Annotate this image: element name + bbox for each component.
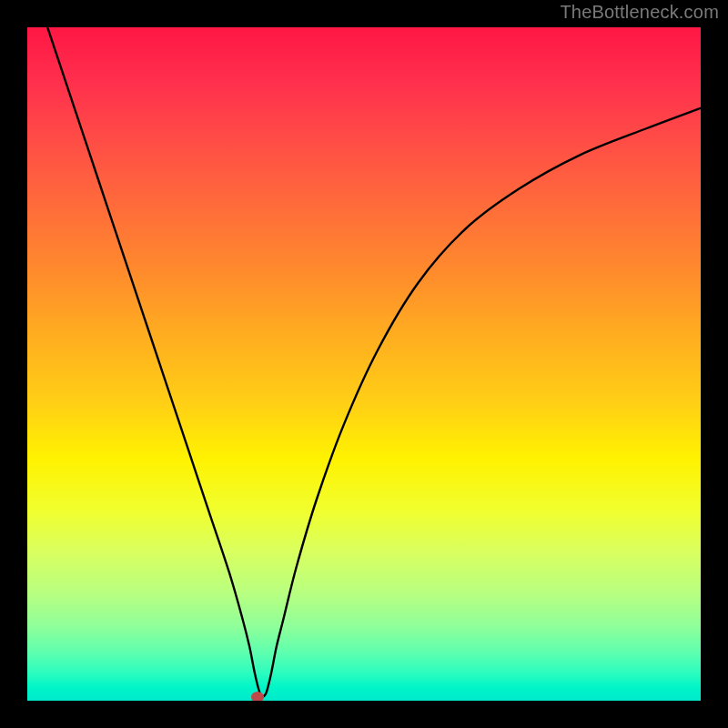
bottleneck-curve xyxy=(47,27,701,696)
minimum-marker xyxy=(251,692,264,701)
watermark-text: TheBottleneck.com xyxy=(560,2,719,23)
curve-svg xyxy=(27,27,701,701)
plot-area xyxy=(27,27,701,701)
chart-frame: TheBottleneck.com xyxy=(0,0,728,728)
